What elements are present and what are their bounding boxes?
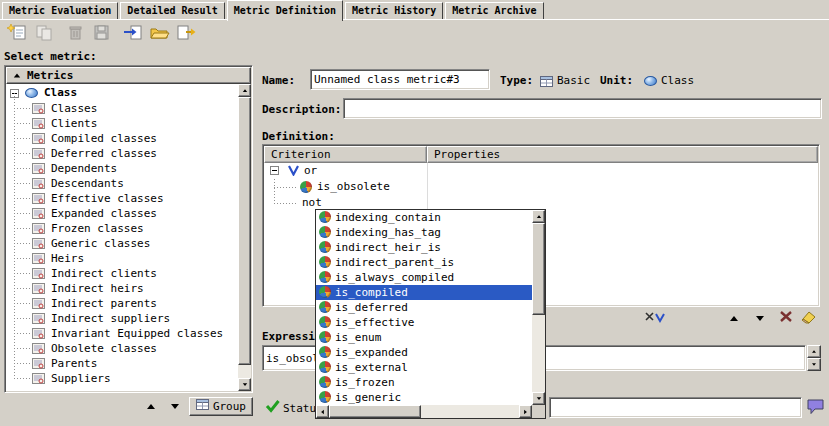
import-metrics-icon <box>123 24 144 44</box>
metric-tree-item[interactable]: Classes <box>6 101 238 116</box>
criterion-icon <box>319 361 331 373</box>
metric-tree-item[interactable]: Indirect clients <box>6 266 238 281</box>
move-metric-up-button[interactable] <box>141 398 161 415</box>
metric-label: Clients <box>51 117 97 130</box>
metric-label: Dependents <box>51 162 117 175</box>
scroll-up-button[interactable] <box>532 210 545 223</box>
description-field[interactable] <box>343 98 822 119</box>
import-metrics-button[interactable] <box>120 22 146 46</box>
criterion-option[interactable]: is_expanded <box>316 345 532 360</box>
move-criterion-up-button[interactable] <box>722 309 746 327</box>
tab[interactable]: Metric History <box>345 2 443 19</box>
open-metric-file-button[interactable] <box>146 22 172 46</box>
name-field[interactable] <box>310 69 490 90</box>
collapse-icon[interactable] <box>270 166 279 175</box>
tree-scrollbar[interactable] <box>238 84 251 391</box>
metric-tree-item[interactable]: Effective classes <box>6 191 238 206</box>
scroll-left-button[interactable] <box>316 405 329 418</box>
tab-bar: Metric EvaluationDetailed ResultMetric D… <box>2 0 546 21</box>
save-metric-button[interactable] <box>88 22 114 46</box>
criterion-option[interactable]: is_compiled <box>316 285 532 300</box>
expression-spinner <box>807 345 821 371</box>
eraser-icon <box>799 310 817 327</box>
status-input[interactable] <box>550 398 801 417</box>
metric-tree-item[interactable]: Dependents <box>6 161 238 176</box>
metric-tree-item[interactable]: Obsolete classes <box>6 341 238 356</box>
tab[interactable]: Metric Evaluation <box>2 2 118 19</box>
spinner-down-button[interactable] <box>807 358 821 371</box>
criterion-option[interactable]: is_frozen <box>316 375 532 390</box>
group-toggle-button[interactable]: Group <box>189 397 253 416</box>
criterion-option[interactable]: indirect_heir_is <box>316 240 532 255</box>
criterion-icon <box>319 286 331 298</box>
scroll-thumb[interactable] <box>532 223 545 315</box>
toggle-and-or-button[interactable] <box>643 309 667 327</box>
down-arrow-icon <box>171 404 179 409</box>
tab[interactable]: Detailed Result <box>120 2 224 19</box>
metric-tree-item[interactable]: Generic classes <box>6 236 238 251</box>
criterion-label: is_obsolete <box>317 179 390 195</box>
metrics-column-header[interactable]: Metrics <box>6 67 251 84</box>
is-obsolete-criterion-row[interactable]: is_obsolete <box>264 179 818 195</box>
criterion-column-header[interactable]: Criterion <box>264 146 427 163</box>
metric-tree-item[interactable]: Expanded classes <box>6 206 238 221</box>
metric-tree-item[interactable]: Frozen classes <box>6 221 238 236</box>
move-metric-down-button[interactable] <box>165 398 185 415</box>
criterion-option[interactable]: indexing_has_tag <box>316 225 532 240</box>
metric-tree-item[interactable]: Descendants <box>6 176 238 191</box>
name-input[interactable] <box>311 70 489 89</box>
criterion-option-label: indirect_heir_is <box>335 241 441 254</box>
status-check-icon <box>265 399 281 416</box>
wipe-out-button[interactable] <box>796 309 820 327</box>
move-criterion-down-button[interactable] <box>748 309 772 327</box>
name-label: Name: <box>262 74 295 87</box>
or-operator-row[interactable]: or <box>264 163 818 179</box>
description-input[interactable] <box>344 99 821 118</box>
tab[interactable]: Metric Archive <box>445 2 543 19</box>
metric-tree-item[interactable]: Indirect suppliers <box>6 311 238 326</box>
criterion-icon <box>319 391 331 403</box>
scroll-right-button[interactable] <box>519 405 532 418</box>
properties-column-header[interactable]: Properties <box>427 146 818 163</box>
metric-tree-item[interactable]: Invariant Equipped classes <box>6 326 238 341</box>
scroll-down-button[interactable] <box>238 378 251 391</box>
metric-tree-item[interactable]: Indirect parents <box>6 296 238 311</box>
spinner-up-button[interactable] <box>807 345 821 358</box>
criterion-option[interactable]: indirect_parent_is <box>316 255 532 270</box>
metric-tree-item[interactable]: Parents <box>6 356 238 371</box>
criterion-option[interactable]: is_deferred <box>316 300 532 315</box>
metric-tree-item[interactable]: Indirect heirs <box>6 281 238 296</box>
new-metric-button[interactable] <box>4 22 30 46</box>
scroll-up-button[interactable] <box>238 84 251 97</box>
status-field[interactable] <box>549 397 802 418</box>
delete-metric-button[interactable] <box>62 22 88 46</box>
export-metrics-button[interactable] <box>172 22 198 46</box>
scroll-thumb[interactable] <box>329 405 421 418</box>
criterion-option[interactable]: is_external <box>316 360 532 375</box>
metric-label: Classes <box>51 102 97 115</box>
tree-root-item[interactable]: Class <box>6 86 238 101</box>
tab[interactable]: Metric Definition <box>227 0 343 21</box>
dropdown-vertical-scrollbar[interactable] <box>532 210 545 405</box>
metric-tree-item[interactable]: Compiled classes <box>6 131 238 146</box>
metric-tree-item[interactable]: Clients <box>6 116 238 131</box>
metric-tree-item[interactable]: Heirs <box>6 251 238 266</box>
comment-button[interactable] <box>806 398 825 418</box>
criterion-option[interactable]: indexing_contain <box>316 210 532 225</box>
export-metrics-icon <box>175 24 196 44</box>
metric-tree-item[interactable]: Deferred classes <box>6 146 238 161</box>
criterion-option[interactable]: is_enum <box>316 330 532 345</box>
duplicate-metric-button[interactable] <box>30 22 56 46</box>
criterion-option[interactable]: is_effective <box>316 315 532 330</box>
scroll-thumb[interactable] <box>238 97 251 365</box>
criterion-dropdown: indexing_contain indexing_has_tag indire… <box>315 209 546 419</box>
criterion-option-label: is_always_compiled <box>335 271 454 284</box>
metric-tree-item[interactable]: Suppliers <box>6 371 238 386</box>
delete-criterion-button[interactable] <box>774 309 798 327</box>
dropdown-horizontal-scrollbar[interactable] <box>316 405 532 418</box>
delete-cross-icon <box>779 310 793 326</box>
criterion-option[interactable]: is_always_compiled <box>316 270 532 285</box>
scroll-down-button[interactable] <box>532 392 545 405</box>
definition-grid-header: Criterion Properties <box>264 146 818 163</box>
criterion-option[interactable]: is_generic <box>316 390 532 405</box>
